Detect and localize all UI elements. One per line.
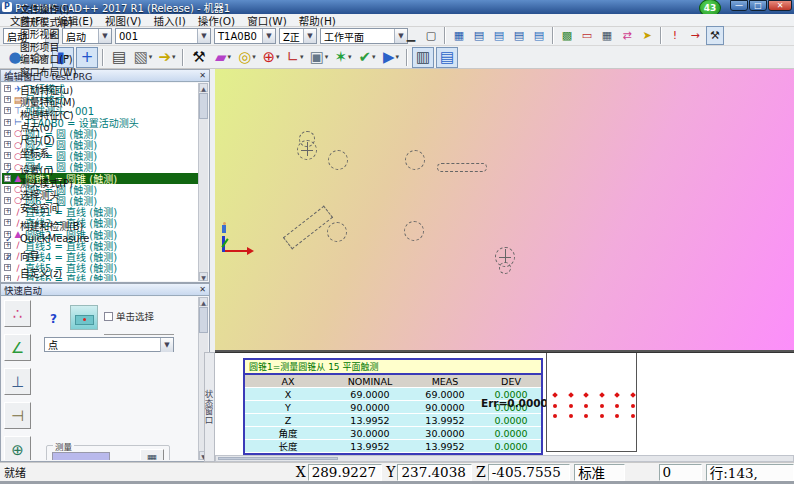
quick-calibrate-icon[interactable]: ⊣ [4,402,31,429]
comment-icon[interactable]: ▤ [108,47,130,68]
graphics-view[interactable] [215,69,794,352]
close-button[interactable]: ✕ [768,0,792,11]
chevron-down-icon[interactable]: ▾ [276,53,280,61]
chevron-down-icon[interactable]: ▼ [262,29,275,43]
part-program-icon[interactable]: ▩ [558,26,576,45]
menu-item-构造特征C[interactable]: 构造特征(C) [1,110,96,123]
scroll-up-icon[interactable]: ▲ [199,297,208,306]
menu-item-选择测头[interactable]: 选择测头 [1,190,96,203]
click-select-checkbox[interactable]: 单击选择 [104,309,154,323]
menu-item-点云o[interactable]: 点云(o) [1,122,96,135]
quick-feature-icon[interactable]: ∴ [4,300,31,327]
point-feature-icon[interactable]: ✶▾ [332,47,354,68]
scroll-down-icon[interactable]: ▼ [199,272,208,281]
tools-hammer-icon[interactable]: ⚒ [188,47,210,68]
help-icon[interactable]: ? [50,312,57,326]
chevron-down-icon[interactable]: ▾ [228,53,232,61]
menu-item-窗口W[interactable]: 窗口(W) [241,13,293,28]
cascade-windows-icon[interactable]: ▦ [450,26,468,45]
scroll-thumb[interactable] [199,93,208,119]
chevron-down-icon[interactable]: ▼ [160,338,173,352]
cad-model-icon[interactable]: ▧▾ [132,47,154,68]
menu-item-测头模式P[interactable]: 测头模式(P) [1,178,96,191]
minimize-window-icon[interactable]: ▁ [402,26,420,45]
workplane-name-combo[interactable]: 工作平面▼ [320,28,408,44]
custom-report-icon[interactable]: ▤ [490,26,508,45]
scroll-thumb[interactable] [218,457,338,460]
minimize-button[interactable]: — [730,0,748,11]
execute-list-icon[interactable]: ▶▾ [380,47,402,68]
menu-item-自定义z[interactable]: 自定义(z) [1,268,96,281]
color-swatch[interactable] [52,452,110,460]
menu-item-文件操作i[interactable]: 文件操作(i) [1,4,96,17]
cad-view-button[interactable]: ▦ [140,449,164,460]
chevron-down-icon[interactable]: ▾ [300,53,304,61]
menu-item-向导[interactable]: 向导✓ [1,251,96,264]
chevron-down-icon[interactable]: ▾ [172,53,176,61]
workplane-combo[interactable]: Z正▼ [279,28,317,44]
close-icon[interactable]: ✕ [199,71,206,80]
sort-arrows-icon[interactable]: ⇄ [618,26,636,45]
text-report-icon[interactable]: ▤ [470,26,488,45]
menu-item-设置n[interactable]: 设置(n)✓ [1,165,96,178]
menu-item-测量特征M[interactable]: 测量特征(M) [1,97,96,110]
restore-window-icon[interactable]: ▢ [422,26,440,45]
menu-item-视图V[interactable]: 视图(V) [99,13,147,28]
probe-file-combo[interactable]: 001▼ [115,28,211,44]
label-report-icon[interactable]: ▤ [510,26,528,45]
menu-item-编辑窗口F[interactable]: 编辑窗口(F) [1,54,96,67]
chevron-down-icon[interactable]: ▼ [303,29,316,43]
edit-window-icon[interactable]: ▦ [598,26,616,45]
maximize-button[interactable]: □ [749,0,767,11]
menu-item-操作O[interactable]: 操作(O) [192,13,241,28]
menu-item-自动特征u[interactable]: 自动特征(u) [1,85,96,98]
chevron-down-icon[interactable]: ▼ [197,29,210,43]
selection-input[interactable] [104,325,174,335]
target-feature-icon[interactable]: ⊕▾ [260,47,282,68]
grid-report-icon[interactable]: ▤ [530,26,548,45]
feature-type-combo[interactable]: 点 ▼ [44,337,174,352]
close-icon[interactable]: ✕ [199,285,206,294]
scroll-thumb[interactable] [199,307,208,333]
menu-item-图形项目[interactable]: 图形项目 [1,42,96,55]
menu-item-帮助H[interactable]: 帮助(H) [293,13,342,28]
quick-alignment-icon[interactable]: ∠ [4,334,31,361]
accept-check-icon[interactable]: ✔▾ [356,47,378,68]
tree-scrollbar[interactable]: ▲ ▼ [198,83,208,281]
menu-item-安全空间[interactable]: 安全空间 [1,203,96,216]
chevron-down-icon[interactable]: ▾ [348,53,352,61]
graph-axes-icon[interactable]: ∟▾ [284,47,306,68]
report-window-icon[interactable]: ▭ [578,26,596,45]
layout-toggle-icon[interactable]: ▤ [436,47,458,68]
chevron-down-icon[interactable]: ▾ [396,53,400,61]
quick-origin-icon[interactable]: ⊕ [4,436,31,460]
quick-probe-icon[interactable]: ⊥ [4,368,31,395]
checkbox-icon[interactable] [104,312,113,321]
circle-feature-icon[interactable]: ◎▾ [236,47,258,68]
customize-toolbars-icon[interactable]: ⚒ [706,26,724,45]
copy-pages-icon[interactable]: ▣▾ [308,47,330,68]
chevron-down-icon[interactable]: ▾ [252,53,256,61]
chevron-down-icon[interactable]: ▼ [98,29,111,43]
chevron-down-icon[interactable]: ▾ [325,53,329,61]
probe-tip-combo[interactable]: T1A0B0▼ [214,28,276,44]
menu-item-QuickMeasure[interactable]: QuickMeasure✓ [1,233,96,246]
path-lines-icon[interactable]: ➤ [638,26,656,45]
menu-item-尺寸D[interactable]: 尺寸(D) [1,135,96,148]
quick-start-titlebar[interactable]: 快速启动 ✕ [1,284,209,296]
goto-position-icon[interactable]: ➔▾ [156,47,178,68]
scroll-up-icon[interactable]: ▲ [199,83,208,92]
report-hscrollbar[interactable] [215,455,794,462]
status-window-tab[interactable]: 状态窗口 [204,352,215,462]
plane-feature-icon[interactable]: ▰▾ [212,47,234,68]
menu-item-图形模式p[interactable]: 图形模式(p) [1,17,96,30]
chevron-down-icon[interactable]: ▾ [372,53,376,61]
menu-item-构建和检测B[interactable]: 构建和检测(B) [1,221,96,234]
menu-item-窗口布局W[interactable]: 窗口布局(W)✓ [1,67,96,80]
view-options-toggle-icon[interactable]: ▥ [412,47,434,68]
menu-item-图形视图[interactable]: 图形视图 [1,29,96,42]
menu-item-插入I[interactable]: 插入(I) [147,13,191,28]
chevron-down-icon[interactable]: ▾ [149,53,153,61]
excel-export-icon[interactable]: → [686,26,704,45]
menu-item-坐标系[interactable]: 坐标系 [1,148,96,161]
